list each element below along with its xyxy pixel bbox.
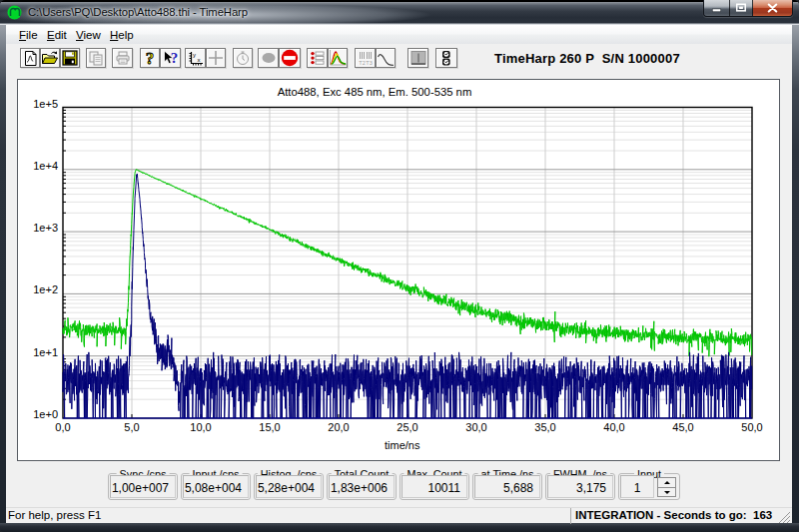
svg-text:y: y [193, 51, 196, 57]
svg-text:?: ? [146, 50, 155, 67]
svg-text:x: x [198, 57, 201, 63]
svg-text:T3: T3 [366, 60, 372, 66]
svg-text:T2: T2 [359, 60, 365, 66]
